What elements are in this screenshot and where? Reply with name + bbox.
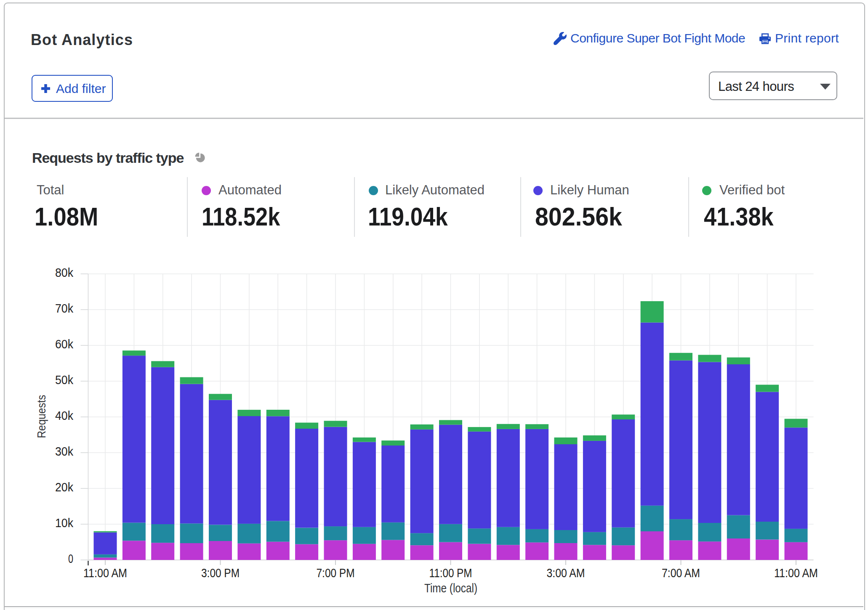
svg-text:3:00 PM: 3:00 PM [201, 566, 240, 580]
svg-text:70k: 70k [55, 302, 73, 315]
svg-text:80k: 80k [55, 266, 73, 279]
svg-text:Requests: Requests [35, 395, 48, 438]
svg-text:50k: 50k [55, 373, 73, 387]
svg-text:11:00 PM: 11:00 PM [429, 566, 472, 580]
svg-text:Time (local): Time (local) [424, 581, 477, 595]
svg-text:40k: 40k [55, 409, 73, 422]
svg-text:3:00 AM: 3:00 AM [547, 566, 585, 580]
svg-text:7:00 AM: 7:00 AM [662, 566, 700, 580]
svg-text:11:00 AM: 11:00 AM [83, 566, 127, 580]
svg-text:11:00 AM: 11:00 AM [774, 566, 818, 580]
svg-text:7:00 PM: 7:00 PM [317, 566, 355, 580]
svg-text:60k: 60k [55, 337, 73, 351]
svg-text:0: 0 [68, 552, 73, 565]
svg-text:10k: 10k [55, 516, 73, 530]
svg-text:20k: 20k [55, 480, 73, 494]
svg-text:30k: 30k [55, 445, 73, 458]
